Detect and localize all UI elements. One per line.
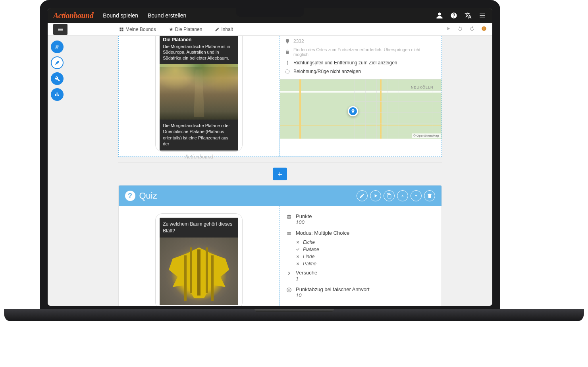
map-pin-icon[interactable]	[348, 106, 358, 116]
wrong-icon	[296, 240, 300, 244]
edit-button[interactable]	[357, 190, 368, 201]
quiz-card-body: Zu welchem Baum gehört dieses Blatt? Pun…	[119, 206, 441, 306]
warning-icon[interactable]	[481, 26, 487, 33]
map-preview[interactable]: NEUKÖLLN © OpenStreetMap	[280, 79, 441, 139]
divider	[118, 162, 442, 163]
phone-preview-2: Zu welchem Baum gehört dieses Blatt?	[155, 213, 243, 306]
menu-icon[interactable]	[478, 11, 487, 20]
content-area: A Allwald, integrale landkunde kulmis Hi…	[48, 36, 492, 306]
quiz-card: ? Quiz	[118, 185, 442, 306]
pin-small-icon	[285, 39, 290, 44]
svg-point-2	[287, 288, 291, 292]
tab-die-platanen[interactable]: Die Platanen	[169, 27, 202, 32]
undo-icon[interactable]	[457, 26, 463, 33]
move-down-button[interactable]	[411, 190, 422, 201]
user-icon[interactable]	[435, 11, 444, 20]
add-element-button[interactable]: ＋	[273, 168, 287, 180]
coord-number: 2332	[293, 39, 304, 44]
circle-icon	[285, 69, 290, 74]
language-icon[interactable]	[464, 11, 472, 20]
tab-inhalt[interactable]: Inhalt	[215, 27, 233, 32]
choice-item: Palme	[296, 260, 435, 267]
mode-icon	[286, 231, 292, 236]
side-btn-letter[interactable]: A	[51, 41, 64, 53]
phone-image-tree	[160, 64, 238, 120]
side-btn-wrench[interactable]	[51, 72, 64, 85]
laptop-frame: Actionbound Bound spielen Bound erstelle…	[40, 0, 500, 314]
wrong-icon	[296, 262, 300, 266]
app-screen: Actionbound Bound spielen Bound erstelle…	[48, 8, 492, 306]
quiz-title: Quiz	[139, 191, 157, 201]
attempts-value: 1	[296, 276, 317, 282]
play-button[interactable]	[370, 190, 381, 201]
penalty-label: Punktabzug bei falscher Antwort	[296, 286, 370, 292]
choice-item: Eiche	[296, 239, 435, 246]
location-panel-preview: Allwald, integrale landkunde kulmis Hinw…	[119, 36, 280, 156]
quiz-card-actions	[357, 190, 435, 201]
points-icon	[286, 214, 292, 220]
copy-button[interactable]	[384, 190, 395, 201]
side-btn-stats[interactable]	[51, 88, 64, 101]
laptop-base	[4, 309, 584, 321]
penalty-icon	[286, 287, 292, 293]
hamburger-button[interactable]	[53, 24, 67, 35]
phone-image-leaf	[160, 238, 238, 305]
phone-line-1: Hinweise beherrigbis, und gibts	[163, 36, 235, 36]
choice-item: Linde	[296, 253, 435, 260]
nav-play[interactable]: Bound spielen	[103, 12, 138, 19]
correct-icon	[296, 247, 300, 251]
points-value: 100	[296, 219, 312, 225]
mode-label: Modus: Multiple Choice	[296, 230, 349, 236]
quiz-icon: ?	[125, 191, 135, 201]
svg-point-1	[285, 70, 289, 73]
attempts-icon	[286, 270, 292, 276]
points-label: Punkte	[296, 213, 312, 219]
tab-my-bounds-label: Meine Bounds	[125, 27, 156, 32]
phone-line-3: Die Morgenländische Platane oder Orienta…	[160, 120, 238, 151]
delete-button[interactable]	[424, 190, 435, 201]
map-attribution: © OpenStreetMap	[412, 133, 441, 138]
move-up-button[interactable]	[397, 190, 408, 201]
phone-line-2: Die Morgenländische Platane ist in Südeu…	[163, 44, 235, 61]
penalty-value: 10	[296, 292, 370, 298]
play-icon[interactable]	[445, 26, 451, 33]
svg-text:A: A	[55, 45, 58, 49]
phone-brand: Actionbound	[160, 151, 238, 160]
help-icon[interactable]	[449, 11, 458, 20]
redo-icon[interactable]	[469, 26, 475, 33]
quiz-details: Punkte 100 Modus: Multiple Choice Eiche	[280, 206, 441, 306]
attempts-label: Versuche	[296, 270, 317, 276]
arrow-icon	[285, 60, 290, 66]
choices-list: Eiche Platane Linde Palme	[296, 239, 435, 267]
sub-actions	[445, 26, 487, 33]
wrong-icon	[296, 255, 300, 259]
choice-item: Platane	[296, 246, 435, 253]
location-panel: Allwald, integrale landkunde kulmis Hinw…	[118, 36, 442, 157]
arrow-distance-text: Richtungspfeil und Entfernung zum Ziel a…	[293, 60, 397, 66]
side-nav: A	[51, 41, 64, 101]
reward-text: Belohnung/Rüge nicht anzeigen	[293, 69, 361, 74]
laptop-notch	[236, 8, 304, 17]
lock-icon	[285, 49, 290, 55]
brand-logo[interactable]: Actionbound	[53, 11, 93, 20]
phone-title: Die Platanen	[163, 37, 235, 43]
side-btn-feather[interactable]	[51, 56, 64, 69]
tab-inhalt-label: Inhalt	[221, 27, 233, 32]
tab-die-platanen-label: Die Platanen	[175, 27, 202, 32]
sub-bar: Meine Bounds Die Platanen Inhalt	[48, 23, 492, 36]
phone-preview-1: Allwald, integrale landkunde kulmis Hinw…	[155, 36, 243, 152]
quiz-question: Zu welchem Baum gehört dieses Blatt?	[160, 218, 238, 238]
nav-create[interactable]: Bound erstellen	[148, 12, 186, 19]
map-district-label: NEUKÖLLN	[411, 85, 434, 89]
find-required-text: Finden des Ortes zum Fortsetzen erforder…	[293, 47, 437, 57]
quiz-preview: Zu welchem Baum gehört dieses Blatt?	[119, 206, 280, 306]
tab-my-bounds[interactable]: Meine Bounds	[119, 27, 156, 32]
quiz-card-header: ? Quiz	[119, 185, 441, 206]
location-panel-details: 2332 Finden des Ortes zum Fortsetzen erf…	[280, 36, 441, 156]
